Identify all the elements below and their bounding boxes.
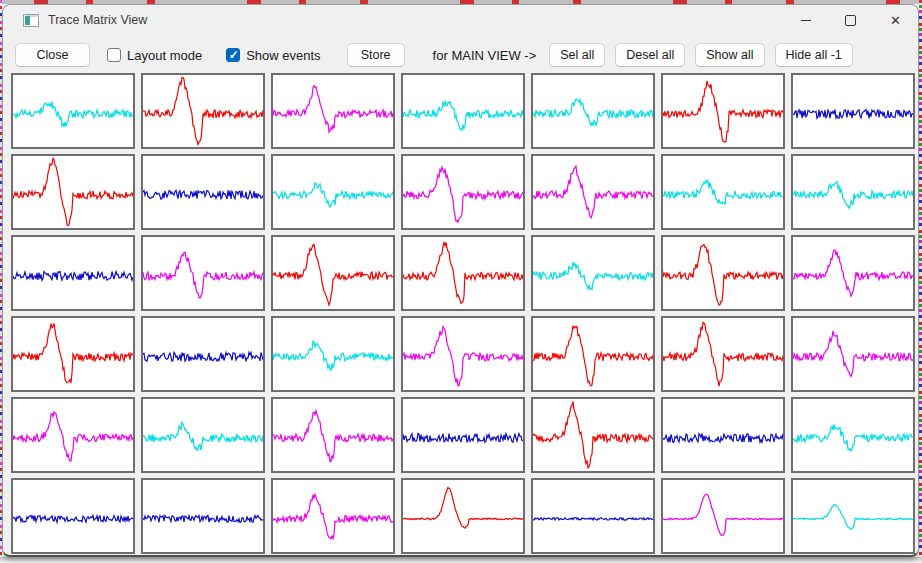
trace-cell-r2c3[interactable] [271,154,395,230]
trace-cell-r4c2[interactable] [141,316,265,392]
trace-waveform-blue [13,271,133,280]
trace-waveform-cyan [143,422,263,450]
trace-waveform-red [13,323,133,383]
trace-waveform-magenta [793,250,913,296]
trace-waveform-cyan [793,505,913,529]
trace-waveform-magenta [273,411,393,462]
trace-waveform-red [143,77,263,144]
trace-cell-r3c2[interactable] [141,235,265,311]
trace-cell-r6c6[interactable] [661,478,785,554]
trace-waveform-red [533,326,653,386]
main-view-label: for MAIN VIEW -> [433,48,537,63]
trace-cell-r5c6[interactable] [661,397,785,473]
trace-waveform-magenta [533,166,653,218]
window-title: Trace Matrix View [48,13,147,27]
trace-waveform-blue [663,434,783,443]
trace-cell-r2c1[interactable] [11,154,135,230]
close-window-button[interactable]: ✕ [873,5,918,35]
show-events-checkbox-box[interactable] [226,48,240,62]
trace-cell-r3c3[interactable] [271,235,395,311]
trace-cell-r4c4[interactable] [401,316,525,392]
trace-grid [11,73,918,554]
trace-waveform-blue [143,515,263,522]
trace-waveform-red [273,244,393,305]
trace-cell-r5c7[interactable] [791,397,915,473]
close-button[interactable]: Close [15,43,90,67]
trace-waveform-magenta [663,494,783,535]
trace-cell-r1c3[interactable] [271,73,395,149]
trace-cell-r5c1[interactable] [11,397,135,473]
trace-cell-r5c3[interactable] [271,397,395,473]
maximize-icon [845,15,856,26]
trace-cell-r5c5[interactable] [531,397,655,473]
trace-cell-r3c4[interactable] [401,235,525,311]
trace-cell-r3c5[interactable] [531,235,655,311]
layout-mode-checkbox-box[interactable] [107,48,121,62]
show-events-checkbox[interactable]: Show events [226,48,320,63]
minimize-icon [801,20,811,21]
trace-waveform-cyan [533,262,653,290]
trace-cell-r6c3[interactable] [271,478,395,554]
trace-cell-r5c4[interactable] [401,397,525,473]
trace-cell-r3c7[interactable] [791,235,915,311]
toolbar: Close Layout mode Show events Store for … [3,43,918,67]
trace-waveform-magenta [143,252,263,298]
trace-waveform-magenta [403,327,523,386]
trace-cell-r6c5[interactable] [531,478,655,554]
trace-waveform-red [663,245,783,306]
trace-cell-r5c2[interactable] [141,397,265,473]
sel-all-button[interactable]: Sel all [549,43,605,67]
trace-waveform-red [403,487,523,528]
trace-cell-r4c7[interactable] [791,316,915,392]
trace-waveform-cyan [793,182,913,209]
show-all-button[interactable]: Show all [695,43,764,67]
trace-waveform-magenta [13,412,133,461]
trace-cell-r6c4[interactable] [401,478,525,554]
trace-cell-r4c3[interactable] [271,316,395,392]
trace-waveform-blue [143,190,263,199]
titlebar[interactable]: Trace Matrix View ✕ [3,5,918,35]
trace-cell-r1c6[interactable] [661,73,785,149]
desel-all-button[interactable]: Desel all [615,43,685,67]
trace-waveform-cyan [273,341,393,370]
trace-waveform-red [663,81,783,142]
layout-mode-checkbox[interactable]: Layout mode [107,48,202,63]
trace-cell-r1c2[interactable] [141,73,265,149]
trace-cell-r1c4[interactable] [401,73,525,149]
store-button[interactable]: Store [347,43,405,67]
trace-waveform-magenta [273,86,393,132]
trace-waveform-cyan [663,180,783,205]
trace-waveform-blue [143,352,263,361]
trace-waveform-blue [533,518,653,520]
trace-cell-r2c7[interactable] [791,154,915,230]
trace-cell-r3c1[interactable] [11,235,135,311]
trace-cell-r6c1[interactable] [11,478,135,554]
maximize-button[interactable] [828,5,873,35]
trace-cell-r4c5[interactable] [531,316,655,392]
trace-waveform-blue [403,434,523,443]
trace-cell-r2c6[interactable] [661,154,785,230]
trace-cell-r4c1[interactable] [11,316,135,392]
layout-mode-label: Layout mode [127,48,202,63]
trace-cell-r4c6[interactable] [661,316,785,392]
background-below-window [0,557,922,563]
trace-cell-r6c2[interactable] [141,478,265,554]
trace-matrix-window: Trace Matrix View ✕ Close Layout mode Sh… [2,4,919,557]
trace-cell-r2c5[interactable] [531,154,655,230]
trace-cell-r6c7[interactable] [791,478,915,554]
trace-cell-r3c6[interactable] [661,235,785,311]
trace-cell-r2c4[interactable] [401,154,525,230]
trace-waveform-blue [13,515,133,522]
trace-cell-r2c2[interactable] [141,154,265,230]
app-icon [23,14,39,27]
caption-buttons: ✕ [783,5,918,35]
trace-cell-r1c7[interactable] [791,73,915,149]
trace-cell-r1c1[interactable] [11,73,135,149]
hide-all-button[interactable]: Hide all -1 [775,43,853,67]
trace-waveform-cyan [533,99,653,125]
trace-waveform-cyan [13,102,133,127]
minimize-button[interactable] [783,5,828,35]
close-icon: ✕ [890,14,901,27]
trace-waveform-cyan [793,424,913,451]
trace-cell-r1c5[interactable] [531,73,655,149]
